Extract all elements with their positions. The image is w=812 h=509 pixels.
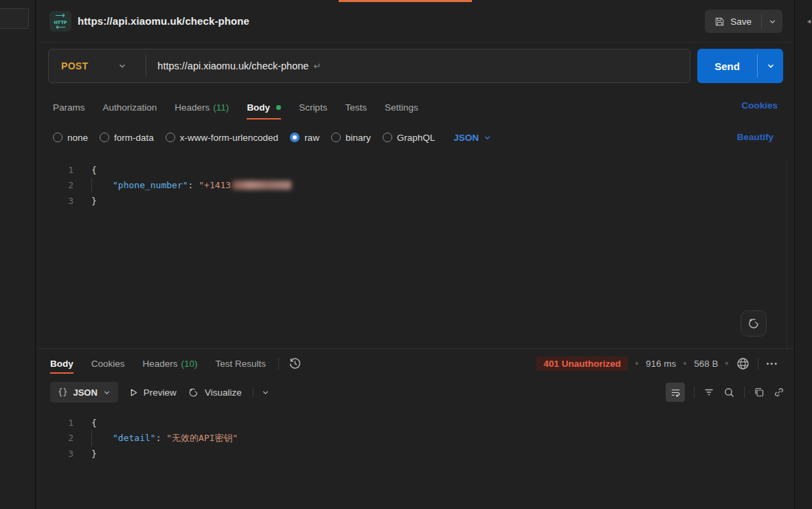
svg-text:HTTP: HTTP: [54, 20, 67, 25]
chevron-down-icon: [103, 389, 111, 396]
format-dropdown-button[interactable]: [262, 389, 269, 396]
meta-divider: [758, 358, 758, 370]
radio-graphql[interactable]: GraphQL: [383, 133, 436, 143]
preview-button[interactable]: Preview: [129, 387, 177, 398]
save-button-group: Save: [705, 10, 782, 33]
tab-headers[interactable]: Headers(11): [174, 95, 229, 120]
request-body-editor[interactable]: 1 { 2 "phone_number": "+1413 3 }: [36, 159, 787, 348]
code-line: 3 }: [36, 193, 787, 209]
body-type-options: none form-data x-www-form-urlencoded raw…: [36, 128, 794, 147]
chevron-down-icon: [769, 18, 776, 25]
radio-icon: [53, 133, 63, 142]
headers-count: (11): [213, 102, 229, 113]
response-tab-headers[interactable]: Headers(10): [143, 353, 198, 374]
save-button[interactable]: Save: [705, 10, 761, 33]
copy-icon[interactable]: [754, 387, 765, 398]
radio-raw[interactable]: raw: [290, 133, 319, 143]
response-tab-test-results[interactable]: Test Results: [216, 353, 267, 374]
icons-divider: [694, 387, 695, 398]
network-globe-icon[interactable]: [736, 357, 750, 371]
radio-icon: [383, 133, 392, 142]
response-tab-cookies[interactable]: Cookies: [91, 353, 125, 374]
main-panel: HTTP https://api.xiaomu.uk/check-phone S…: [36, 0, 794, 509]
meta-dot: [725, 362, 728, 365]
icons-divider: [744, 387, 745, 398]
chevron-down-icon: [262, 389, 269, 396]
tab-settings[interactable]: Settings: [385, 95, 418, 120]
radio-icon: [166, 133, 175, 142]
tab-params[interactable]: Params: [53, 95, 85, 120]
word-wrap-icon: [670, 387, 681, 398]
radio-icon: [331, 133, 341, 142]
language-selector[interactable]: JSON: [453, 133, 491, 143]
response-history-icon[interactable]: [289, 357, 302, 370]
code-line: 2 "detail": "无效的API密钥": [36, 431, 787, 446]
request-title: https://api.xiaomu.uk/check-phone: [78, 15, 249, 27]
meta-dot: [684, 362, 686, 365]
save-icon: [714, 16, 725, 27]
indent-guide: [91, 430, 92, 446]
code-line: 3 }: [36, 446, 787, 462]
search-icon[interactable]: [723, 387, 735, 398]
send-dropdown-button[interactable]: [758, 49, 783, 83]
send-button-group: Send: [697, 49, 783, 83]
response-toolbar-actions: [666, 381, 785, 403]
response-body-editor[interactable]: 1 { 2 "detail": "无效的API密钥" 3 }: [36, 409, 787, 509]
request-url-bar: POST https://api.xiaomu.uk/check-phone ↵: [48, 49, 690, 83]
tab-tests[interactable]: Tests: [345, 95, 367, 120]
cookies-link[interactable]: Cookies: [741, 100, 778, 111]
toolbar-divider: [253, 387, 253, 398]
status-badge[interactable]: 401 Unauthorized: [537, 357, 628, 371]
request-header: HTTP https://api.xiaomu.uk/check-phone S…: [36, 0, 794, 43]
response-time[interactable]: 916 ms: [646, 359, 676, 369]
method-selector[interactable]: POST: [49, 60, 88, 71]
tab-authorization[interactable]: Authorization: [103, 95, 157, 120]
play-icon: [129, 388, 138, 397]
collapse-arrow-icon[interactable]: ◄: [806, 18, 812, 25]
http-method-icon: HTTP: [49, 11, 71, 32]
response-size[interactable]: 568 B: [694, 359, 718, 369]
radio-binary[interactable]: binary: [331, 133, 371, 143]
method-dropdown-button[interactable]: [118, 62, 126, 70]
chevron-down-icon: [767, 62, 775, 70]
redacted-phone-value: [232, 181, 291, 190]
response-headers-count: (10): [181, 359, 198, 369]
radio-selected-icon: [290, 133, 300, 142]
tab-scripts[interactable]: Scripts: [299, 95, 327, 120]
tabs-divider: [278, 358, 279, 370]
indent-guide: [91, 178, 92, 192]
radio-form-data[interactable]: form-data: [100, 133, 154, 143]
send-button[interactable]: Send: [697, 49, 757, 83]
url-divider: [146, 54, 146, 78]
meta-dot: [635, 362, 638, 365]
save-dropdown-button[interactable]: [762, 10, 782, 33]
code-line: 1 {: [36, 162, 787, 178]
visualize-button[interactable]: Visualize: [188, 387, 242, 398]
postbot-ai-button[interactable]: [741, 310, 767, 337]
more-options-button[interactable]: •••: [766, 359, 778, 367]
tab-body[interactable]: Body: [247, 95, 281, 120]
radio-none[interactable]: none: [53, 133, 88, 143]
visualize-sparkle-icon: [188, 387, 199, 398]
chevron-down-icon: [484, 134, 491, 142]
response-format-selector[interactable]: {} JSON: [50, 382, 118, 403]
braces-icon: {}: [58, 387, 67, 397]
code-line: 1 {: [36, 415, 787, 431]
radio-icon: [100, 133, 109, 142]
word-wrap-button[interactable]: [666, 383, 685, 402]
left-sidebar-rail: [0, 0, 36, 509]
enter-hint-icon: ↵: [313, 61, 321, 71]
beautify-link[interactable]: Beautify: [737, 132, 774, 142]
link-icon[interactable]: [774, 387, 785, 398]
response-tab-body[interactable]: Body: [50, 353, 74, 374]
postbot-sparkle-icon: [747, 317, 760, 330]
chevron-down-icon: [118, 62, 126, 70]
save-button-label: Save: [730, 16, 752, 27]
sidebar-collapsed-item[interactable]: [0, 8, 29, 29]
url-input[interactable]: https://api.xiaomu.uk/check-phone: [157, 60, 308, 71]
response-meta: 401 Unauthorized 916 ms 568 B •••: [537, 353, 778, 374]
radio-x-www-form-urlencoded[interactable]: x-www-form-urlencoded: [166, 133, 278, 143]
response-separator: [36, 348, 794, 349]
body-modified-dot: [276, 105, 281, 110]
filter-icon[interactable]: [703, 387, 714, 398]
